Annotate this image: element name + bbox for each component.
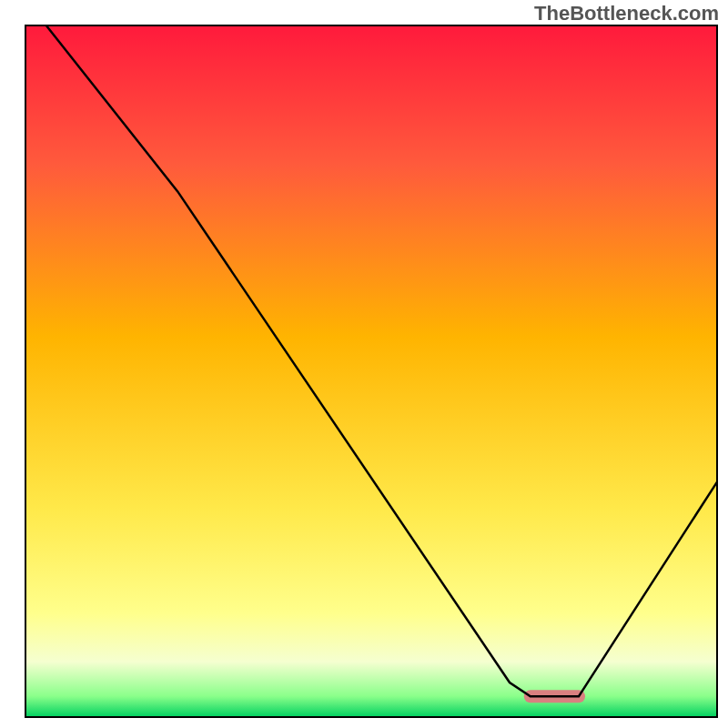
bottleneck-chart: TheBottleneck.com <box>0 0 728 728</box>
chart-svg <box>0 0 728 728</box>
